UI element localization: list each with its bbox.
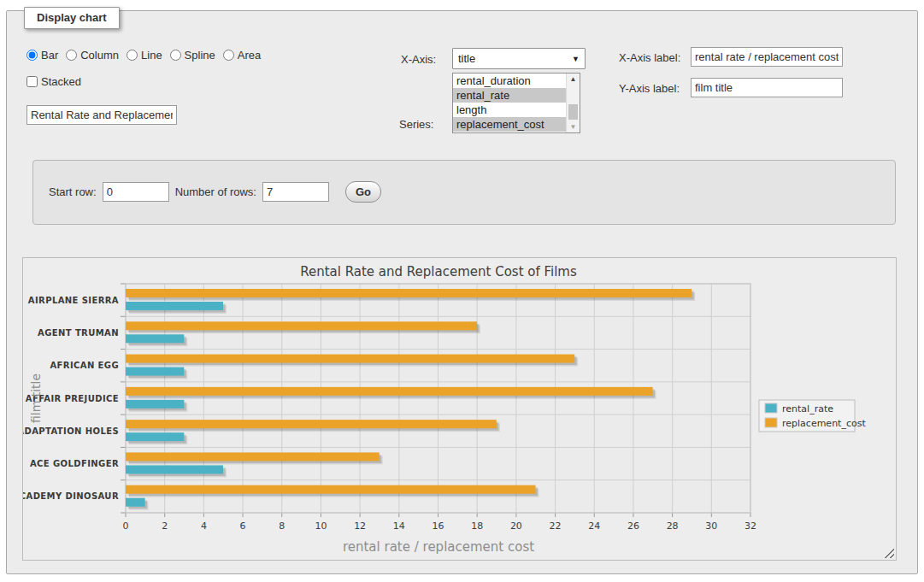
chart-type-line[interactable]: Line — [127, 49, 162, 62]
x-tick-label: 22 — [550, 520, 562, 532]
start-row-input[interactable] — [103, 182, 169, 202]
chevron-down-icon: ▼ — [572, 55, 580, 63]
x-tick-label: 20 — [510, 520, 522, 532]
bar-rental_rate — [126, 334, 184, 343]
radio-area[interactable] — [223, 50, 234, 61]
bar-rental_rate — [126, 367, 184, 376]
y-tick-label: AFRICAN EGG — [50, 361, 119, 370]
bar-chart: 02468101214161820222426283032AIRPLANE SI… — [23, 258, 896, 560]
y-tick-label: ACADEMY DINOSAUR — [23, 491, 119, 501]
series-option-length[interactable]: length — [453, 103, 566, 117]
bar-replacement_cost — [126, 420, 497, 428]
bar-rental_rate — [126, 465, 223, 473]
x-tick-label: 28 — [667, 520, 679, 532]
y-tick-label: AGENT TRUMAN — [38, 328, 119, 338]
radio-spline[interactable] — [170, 50, 181, 61]
bar-replacement_cost — [126, 289, 692, 297]
legend-swatch-rental_rate — [765, 403, 777, 413]
x-axis-selected-value: title — [458, 52, 475, 65]
display-chart-fieldset: Display chart Bar Column Line Spline Are… — [6, 10, 918, 574]
x-axis-select[interactable]: title ▼ — [452, 48, 586, 69]
bar-replacement_cost — [126, 452, 380, 461]
y-tick-label: ACE GOLDFINGER — [30, 459, 119, 468]
go-button[interactable]: Go — [345, 181, 381, 203]
radio-spline-label: Spline — [185, 49, 215, 62]
rows-panel-controls: Start row: Number of rows: Go — [49, 181, 381, 203]
page: Display chart Bar Column Line Spline Are… — [0, 0, 924, 582]
rows-panel: Start row: Number of rows: Go — [32, 160, 896, 225]
x-tick-label: 4 — [201, 520, 207, 532]
scroll-up-icon[interactable]: ▲ — [567, 73, 580, 85]
chart-title-input[interactable] — [26, 105, 177, 125]
scrollbar-thumb[interactable] — [568, 104, 578, 120]
chart-panel: 02468101214161820222426283032AIRPLANE SI… — [22, 257, 897, 561]
radio-area-label: Area — [238, 49, 261, 62]
legend-swatch-replacement_cost — [765, 418, 777, 427]
y-axis-title: film title — [29, 373, 43, 423]
x-tick-label: 10 — [315, 520, 327, 532]
bar-replacement_cost — [126, 355, 574, 363]
x-tick-label: 8 — [279, 520, 285, 532]
bar-replacement_cost — [126, 485, 535, 494]
series-option-rental_duration[interactable]: rental_duration — [453, 73, 566, 88]
x-tick-label: 12 — [354, 520, 366, 532]
stacked-checkbox[interactable] — [26, 76, 38, 87]
legend-label-rental_rate: rental_rate — [782, 403, 833, 414]
scroll-down-icon[interactable]: ▼ — [567, 121, 580, 132]
x-tick-label: 30 — [705, 520, 717, 532]
chart-type-bar[interactable]: Bar — [26, 49, 58, 62]
x-tick-label: 32 — [744, 520, 756, 532]
listbox-scrollbar[interactable]: ▲ ▼ — [566, 73, 580, 132]
series-option-replacement_cost[interactable]: replacement_cost — [453, 117, 566, 132]
series-option-rental_rate[interactable]: rental_rate — [453, 88, 566, 103]
start-row-label: Start row: — [49, 185, 97, 198]
series-listbox[interactable]: rental_durationrental_ratelengthreplacem… — [452, 73, 580, 133]
chart-type-spline[interactable]: Spline — [170, 49, 215, 62]
chart-type-radios: Bar Column Line Spline Area — [26, 49, 261, 62]
y-axis-label-input[interactable] — [691, 78, 843, 97]
x-tick-label: 24 — [588, 520, 600, 532]
bar-replacement_cost — [126, 321, 477, 330]
stacked-label: Stacked — [41, 75, 81, 88]
x-axis-label-label: X-Axis label: — [619, 51, 680, 64]
y-axis-label-label: Y-Axis label: — [619, 82, 680, 95]
bar-rental_rate — [126, 432, 184, 441]
bar-rental_rate — [126, 498, 145, 507]
series-listbox-label: Series: — [399, 118, 433, 131]
x-tick-label: 16 — [433, 520, 444, 532]
radio-line-label: Line — [141, 49, 162, 62]
radio-bar-label: Bar — [41, 49, 58, 62]
x-tick-label: 2 — [162, 520, 168, 532]
x-axis-title: rental rate / replacement cost — [343, 539, 534, 555]
bar-replacement_cost — [126, 387, 653, 396]
chart-title: Rental Rate and Replacement Cost of Film… — [300, 264, 577, 279]
series-options: rental_durationrental_ratelengthreplacem… — [453, 73, 566, 132]
x-tick-label: 18 — [471, 520, 483, 532]
bar-rental_rate — [126, 400, 184, 409]
radio-line[interactable] — [127, 50, 138, 61]
bar-rental_rate — [126, 302, 223, 310]
x-axis-label-input[interactable] — [691, 47, 843, 67]
num-rows-input[interactable] — [262, 182, 329, 202]
y-tick-label: ADAPTATION HOLES — [23, 426, 119, 436]
legend-label-replacement_cost: replacement_cost — [782, 418, 866, 429]
num-rows-label: Number of rows: — [175, 185, 256, 198]
x-axis-select-label: X-Axis: — [401, 53, 436, 66]
y-tick-label: AIRPLANE SIERRA — [28, 296, 119, 305]
radio-column[interactable] — [66, 50, 77, 61]
radio-column-label: Column — [80, 49, 119, 62]
radio-bar[interactable] — [26, 50, 38, 61]
chart-type-column[interactable]: Column — [66, 49, 119, 62]
stacked-checkbox-row[interactable]: Stacked — [26, 75, 81, 88]
fieldset-legend: Display chart — [24, 7, 120, 29]
x-tick-label: 26 — [627, 520, 639, 532]
x-tick-label: 0 — [123, 520, 129, 532]
chart-type-area[interactable]: Area — [223, 49, 261, 62]
x-tick-label: 6 — [240, 520, 246, 532]
x-tick-label: 14 — [393, 520, 405, 532]
